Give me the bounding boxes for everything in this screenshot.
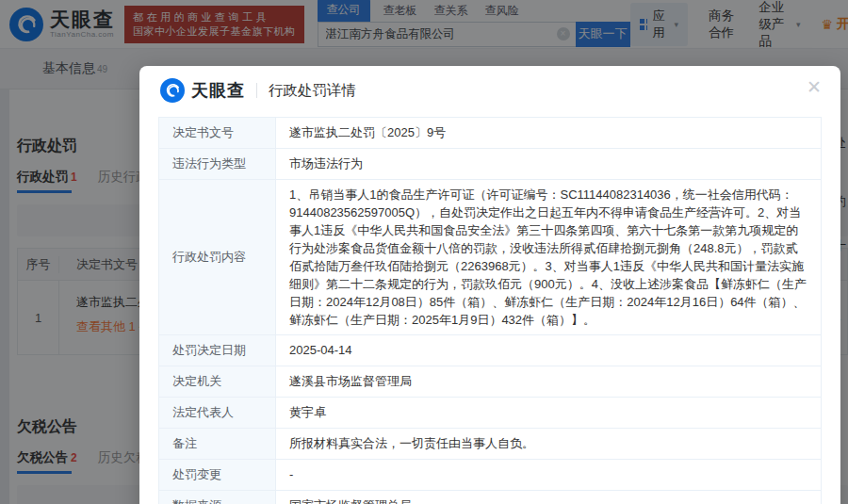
- detail-value: 遂溪县市场监督管理局: [276, 366, 822, 398]
- detail-label: 处罚变更: [159, 460, 276, 491]
- detail-row-data-source: 数据来源 国家市场监督管理总局: [159, 491, 822, 504]
- penalty-detail-modal: 天眼查 行政处罚详情 ✕ 决定书文号 遂市监执二处罚〔2025〕9号 违法行为类…: [139, 66, 840, 504]
- tianyancha-logo-icon: [160, 78, 185, 103]
- detail-value: 2025-04-14: [276, 335, 822, 366]
- detail-label: 法定代表人: [159, 398, 276, 429]
- detail-label: 数据来源: [159, 491, 276, 504]
- detail-value: 市场违法行为: [276, 149, 822, 180]
- page-root: 天眼查 TianYanCha.com 都在用的商业查询工具 国家中小企业发展子基…: [0, 0, 848, 504]
- detail-value: 遂市监执二处罚〔2025〕9号: [276, 118, 822, 149]
- detail-value: 国家市场监督管理总局: [276, 491, 822, 504]
- detail-row-doc-no: 决定书文号 遂市监执二处罚〔2025〕9号: [159, 118, 822, 149]
- detail-value: 1、吊销当事人1的食品生产许可证（许可证编号：SC11144082314036，…: [276, 180, 822, 335]
- detail-label: 行政处罚内容: [159, 180, 276, 335]
- detail-row-penalty-change: 处罚变更 -: [159, 460, 822, 491]
- close-icon[interactable]: ✕: [807, 78, 822, 96]
- detail-label: 备注: [159, 429, 276, 460]
- detail-row-legal-rep: 法定代表人 黄宇卓: [159, 398, 822, 429]
- detail-value: 黄宇卓: [276, 398, 822, 429]
- detail-row-violation-type: 违法行为类型 市场违法行为: [159, 149, 822, 180]
- detail-value: 所报材料真实合法，一切责任由当事人自负。: [276, 429, 822, 460]
- divider: [256, 83, 257, 98]
- detail-value: -: [276, 460, 822, 491]
- detail-label: 决定机关: [159, 366, 276, 398]
- detail-label: 违法行为类型: [159, 149, 276, 180]
- modal-title: 行政处罚详情: [269, 81, 356, 101]
- modal-header: 天眼查 行政处罚详情 ✕: [139, 66, 840, 115]
- detail-label: 处罚决定日期: [159, 335, 276, 366]
- penalty-detail-table: 决定书文号 遂市监执二处罚〔2025〕9号 违法行为类型 市场违法行为 行政处罚…: [158, 117, 822, 504]
- detail-row-penalty-content: 行政处罚内容 1、吊销当事人1的食品生产许可证（许可证编号：SC11144082…: [159, 180, 822, 335]
- modal-brand: 天眼查: [191, 79, 245, 102]
- detail-row-authority: 决定机关 遂溪县市场监督管理局: [159, 366, 822, 398]
- detail-row-remark: 备注 所报材料真实合法，一切责任由当事人自负。: [159, 429, 822, 460]
- detail-row-decision-date: 处罚决定日期 2025-04-14: [159, 335, 822, 366]
- detail-label: 决定书文号: [159, 118, 276, 149]
- modal-body: 决定书文号 遂市监执二处罚〔2025〕9号 违法行为类型 市场违法行为 行政处罚…: [139, 115, 840, 504]
